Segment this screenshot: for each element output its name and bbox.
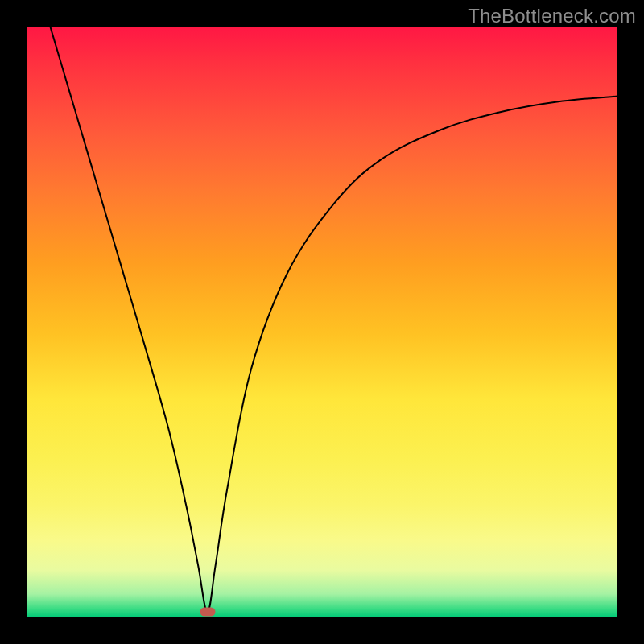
minimum-marker (200, 607, 215, 616)
curve-svg (27, 27, 617, 617)
watermark-text: TheBottleneck.com (468, 5, 636, 27)
plot-area (27, 27, 617, 617)
bottleneck-curve-path (50, 27, 617, 612)
chart-frame: TheBottleneck.com (0, 0, 644, 644)
